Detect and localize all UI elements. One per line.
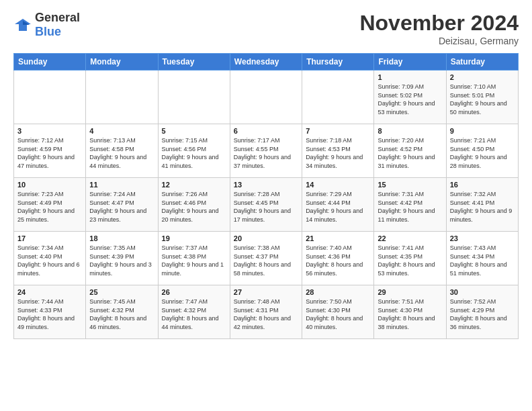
day-info: Sunrise: 7:52 AM Sunset: 4:29 PM Dayligh… (450, 298, 515, 331)
day-number: 22 (378, 234, 442, 242)
day-info: Sunrise: 7:34 AM Sunset: 4:40 PM Dayligh… (17, 244, 82, 277)
col-monday: Monday (86, 54, 158, 71)
week-row-3: 17Sunrise: 7:34 AM Sunset: 4:40 PM Dayli… (14, 232, 519, 285)
week-row-1: 3Sunrise: 7:12 AM Sunset: 4:59 PM Daylig… (14, 124, 519, 178)
day-cell-2-4: 14Sunrise: 7:29 AM Sunset: 4:44 PM Dayli… (302, 178, 374, 232)
day-number: 21 (306, 234, 370, 242)
logo-general: General (35, 11, 80, 24)
day-cell-3-2: 19Sunrise: 7:37 AM Sunset: 4:38 PM Dayli… (158, 232, 230, 285)
day-number: 23 (450, 234, 515, 242)
day-cell-1-0: 3Sunrise: 7:12 AM Sunset: 4:59 PM Daylig… (14, 124, 86, 178)
day-cell-1-3: 6Sunrise: 7:17 AM Sunset: 4:55 PM Daylig… (230, 124, 302, 178)
day-info: Sunrise: 7:21 AM Sunset: 4:50 PM Dayligh… (450, 136, 515, 170)
week-row-4: 24Sunrise: 7:44 AM Sunset: 4:33 PM Dayli… (14, 285, 519, 339)
day-info: Sunrise: 7:20 AM Sunset: 4:52 PM Dayligh… (378, 136, 442, 170)
day-cell-0-1 (86, 71, 158, 124)
day-number: 25 (89, 288, 154, 296)
day-number: 24 (17, 288, 82, 296)
day-cell-2-3: 13Sunrise: 7:28 AM Sunset: 4:45 PM Dayli… (230, 178, 302, 232)
day-cell-3-4: 21Sunrise: 7:40 AM Sunset: 4:36 PM Dayli… (302, 232, 374, 285)
day-cell-2-1: 11Sunrise: 7:24 AM Sunset: 4:47 PM Dayli… (86, 178, 158, 232)
col-wednesday: Wednesday (230, 54, 302, 71)
day-cell-1-4: 7Sunrise: 7:18 AM Sunset: 4:53 PM Daylig… (302, 124, 374, 178)
calendar-header-row: Sunday Monday Tuesday Wednesday Thursday… (14, 54, 519, 71)
day-cell-2-5: 15Sunrise: 7:31 AM Sunset: 4:42 PM Dayli… (374, 178, 446, 232)
day-number: 6 (234, 127, 298, 135)
day-number: 12 (162, 181, 226, 189)
day-cell-2-6: 16Sunrise: 7:32 AM Sunset: 4:41 PM Dayli… (446, 178, 518, 232)
month-title: November 2024 (359, 11, 519, 36)
title-area: November 2024 Deizisau, Germany (359, 11, 519, 46)
day-number: 2 (450, 73, 515, 81)
logo-blue: Blue (35, 25, 61, 38)
day-cell-1-2: 5Sunrise: 7:15 AM Sunset: 4:56 PM Daylig… (158, 124, 230, 178)
day-number: 18 (89, 234, 154, 242)
week-row-0: 1Sunrise: 7:09 AM Sunset: 5:02 PM Daylig… (14, 71, 519, 124)
day-number: 7 (306, 127, 370, 135)
day-cell-2-0: 10Sunrise: 7:23 AM Sunset: 4:49 PM Dayli… (14, 178, 86, 232)
calendar: Sunday Monday Tuesday Wednesday Thursday… (13, 53, 519, 339)
day-info: Sunrise: 7:44 AM Sunset: 4:33 PM Dayligh… (17, 298, 82, 331)
day-info: Sunrise: 7:48 AM Sunset: 4:31 PM Dayligh… (234, 298, 298, 331)
day-cell-4-4: 28Sunrise: 7:50 AM Sunset: 4:30 PM Dayli… (302, 285, 374, 339)
day-info: Sunrise: 7:12 AM Sunset: 4:59 PM Dayligh… (17, 136, 82, 170)
day-number: 13 (234, 181, 298, 189)
day-info: Sunrise: 7:31 AM Sunset: 4:42 PM Dayligh… (378, 190, 442, 224)
day-info: Sunrise: 7:41 AM Sunset: 4:35 PM Dayligh… (378, 244, 442, 277)
col-tuesday: Tuesday (158, 54, 230, 71)
day-number: 5 (162, 127, 226, 135)
day-cell-1-5: 8Sunrise: 7:20 AM Sunset: 4:52 PM Daylig… (374, 124, 446, 178)
day-number: 16 (450, 181, 515, 189)
logo: General Blue (13, 11, 80, 39)
day-number: 4 (89, 127, 154, 135)
day-info: Sunrise: 7:47 AM Sunset: 4:32 PM Dayligh… (162, 298, 226, 331)
day-info: Sunrise: 7:13 AM Sunset: 4:58 PM Dayligh… (89, 136, 154, 170)
day-number: 28 (306, 288, 370, 296)
day-info: Sunrise: 7:28 AM Sunset: 4:45 PM Dayligh… (234, 190, 298, 224)
day-cell-3-0: 17Sunrise: 7:34 AM Sunset: 4:40 PM Dayli… (14, 232, 86, 285)
day-info: Sunrise: 7:24 AM Sunset: 4:47 PM Dayligh… (89, 190, 154, 224)
day-number: 30 (450, 288, 515, 296)
day-number: 11 (89, 181, 154, 189)
day-number: 10 (17, 181, 82, 189)
day-cell-4-5: 29Sunrise: 7:51 AM Sunset: 4:30 PM Dayli… (374, 285, 446, 339)
day-number: 29 (378, 288, 442, 296)
day-cell-1-6: 9Sunrise: 7:21 AM Sunset: 4:50 PM Daylig… (446, 124, 518, 178)
day-number: 17 (17, 234, 82, 242)
day-cell-4-6: 30Sunrise: 7:52 AM Sunset: 4:29 PM Dayli… (446, 285, 518, 339)
day-number: 3 (17, 127, 82, 135)
day-cell-0-0 (14, 71, 86, 124)
day-cell-1-1: 4Sunrise: 7:13 AM Sunset: 4:58 PM Daylig… (86, 124, 158, 178)
day-number: 9 (450, 127, 515, 135)
logo-icon (13, 17, 32, 32)
page: General Blue November 2024 Deizisau, Ger… (0, 0, 532, 411)
day-info: Sunrise: 7:38 AM Sunset: 4:37 PM Dayligh… (234, 244, 298, 277)
day-number: 20 (234, 234, 298, 242)
day-cell-4-3: 27Sunrise: 7:48 AM Sunset: 4:31 PM Dayli… (230, 285, 302, 339)
day-info: Sunrise: 7:17 AM Sunset: 4:55 PM Dayligh… (234, 136, 298, 170)
day-number: 19 (162, 234, 226, 242)
day-info: Sunrise: 7:43 AM Sunset: 4:34 PM Dayligh… (450, 244, 515, 277)
day-number: 26 (162, 288, 226, 296)
day-cell-3-3: 20Sunrise: 7:38 AM Sunset: 4:37 PM Dayli… (230, 232, 302, 285)
day-cell-0-4 (302, 71, 374, 124)
day-info: Sunrise: 7:23 AM Sunset: 4:49 PM Dayligh… (17, 190, 82, 224)
day-cell-0-5: 1Sunrise: 7:09 AM Sunset: 5:02 PM Daylig… (374, 71, 446, 124)
day-cell-4-0: 24Sunrise: 7:44 AM Sunset: 4:33 PM Dayli… (14, 285, 86, 339)
day-info: Sunrise: 7:37 AM Sunset: 4:38 PM Dayligh… (162, 244, 226, 277)
day-number: 1 (378, 73, 442, 81)
day-info: Sunrise: 7:45 AM Sunset: 4:32 PM Dayligh… (89, 298, 154, 331)
day-cell-0-2 (158, 71, 230, 124)
day-cell-0-3 (230, 71, 302, 124)
col-friday: Friday (374, 54, 446, 71)
day-info: Sunrise: 7:29 AM Sunset: 4:44 PM Dayligh… (306, 190, 370, 224)
day-info: Sunrise: 7:26 AM Sunset: 4:46 PM Dayligh… (162, 190, 226, 224)
location: Deizisau, Germany (359, 36, 519, 46)
day-cell-4-1: 25Sunrise: 7:45 AM Sunset: 4:32 PM Dayli… (86, 285, 158, 339)
day-number: 15 (378, 181, 442, 189)
day-info: Sunrise: 7:09 AM Sunset: 5:02 PM Dayligh… (378, 83, 442, 116)
day-info: Sunrise: 7:35 AM Sunset: 4:39 PM Dayligh… (89, 244, 154, 277)
day-number: 14 (306, 181, 370, 189)
day-cell-3-1: 18Sunrise: 7:35 AM Sunset: 4:39 PM Dayli… (86, 232, 158, 285)
week-row-2: 10Sunrise: 7:23 AM Sunset: 4:49 PM Dayli… (14, 178, 519, 232)
